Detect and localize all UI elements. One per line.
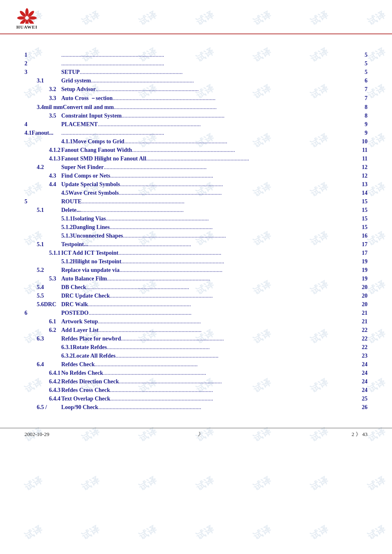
- toc-title: Setup Advisor: [61, 86, 96, 93]
- toc-page: 15: [356, 224, 368, 231]
- toc-page: 9: [356, 121, 368, 128]
- toc-title-area: DRC Update Check .......................…: [61, 293, 356, 299]
- toc-number: 3.4mil mm: [24, 104, 63, 111]
- toc-dots: ........................................…: [98, 121, 356, 128]
- toc-page: 8: [356, 104, 368, 111]
- toc-dots: ........................................…: [107, 276, 356, 282]
- toc-title-area: Refdes Direction Check .................…: [61, 378, 356, 385]
- toc-row: 6.3.1Rotate Refdes .....................…: [24, 343, 368, 352]
- toc-page: 11: [356, 156, 368, 162]
- toc-title-area: PLACEMENT ..............................…: [61, 121, 356, 128]
- toc-row: 4PLACEMENT .............................…: [24, 120, 368, 129]
- toc-number: 4.1.3: [24, 156, 61, 162]
- toc-number: 5.1: [24, 241, 61, 248]
- toc-row: 4.3Find Comps or Nets ..................…: [24, 171, 368, 180]
- toc-title-area: Refdes Check ...........................…: [61, 361, 356, 368]
- toc-dots: ........................................…: [98, 404, 356, 411]
- toc-dots: ........................................…: [61, 52, 356, 58]
- svg-point-0: [25, 8, 29, 16]
- toc-dots: ........................................…: [121, 258, 356, 265]
- toc-title-area: Refdes Place for newbrd ................…: [61, 336, 356, 342]
- toc-number: 4.2: [24, 164, 61, 171]
- toc-row: 3.5Constraint Input System .............…: [24, 111, 368, 120]
- toc-title-area: Convert mil and mm .....................…: [63, 104, 356, 111]
- toc-title-area: Auto Balance Film ......................…: [61, 276, 356, 282]
- toc-page: 11: [356, 147, 368, 154]
- toc-dots: ........................................…: [132, 147, 356, 154]
- toc-number: 6.2: [24, 327, 61, 334]
- toc-dots: ........................................…: [61, 60, 356, 67]
- toc-dots: ........................................…: [124, 138, 356, 145]
- toc-page: 24: [356, 378, 368, 385]
- toc-dots: ........................................…: [110, 224, 356, 231]
- toc-title: Dangling Lines: [73, 224, 110, 231]
- toc-number: 1: [24, 52, 61, 58]
- toc-number: 5.1.2: [24, 224, 73, 231]
- toc-number: 6.1: [24, 318, 61, 325]
- toc-dots: ........................................…: [119, 378, 356, 385]
- svg-point-2: [29, 16, 37, 20]
- toc-row: 6.4.3Refdes Cross Check ................…: [24, 386, 368, 394]
- toc-page: 5: [356, 69, 368, 76]
- toc-row: 6.1Artwork Setup .......................…: [24, 317, 368, 326]
- toc-dots: ........................................…: [113, 95, 356, 102]
- toc-title-area: Text Overlap Check .....................…: [61, 396, 356, 402]
- footer-center: 》: [198, 431, 203, 438]
- toc-row: 4.1.3Fanout SMD Hilight no Fanout All ..…: [24, 154, 368, 163]
- toc-title: DRC Walk: [61, 301, 88, 308]
- toc-title: Fanout Chang Fanout Width: [61, 147, 132, 154]
- toc-title: POSTEDO: [61, 310, 89, 316]
- header: HUAWEI: [0, 0, 392, 34]
- toc-row: 4.1.1Move Comps to Grid ................…: [24, 137, 368, 146]
- toc-row: 4.1.2Fanout Chang Fanout Width .........…: [24, 146, 368, 154]
- toc-dots: ........................................…: [118, 250, 356, 256]
- toc-row: 6.2Add Layer List ......................…: [24, 326, 368, 334]
- toc-title: Isolating Vias: [73, 216, 106, 222]
- toc-title-area: Replace via unpdate via ................…: [61, 267, 356, 274]
- toc-row: 5.4DB Check ............................…: [24, 283, 368, 291]
- toc-dots: ........................................…: [116, 353, 356, 359]
- footer-date: 2002-10-29: [24, 431, 49, 438]
- toc-row: 5.1.2Hilight no Testpoint ..............…: [24, 257, 368, 266]
- toc-number: 5.3: [24, 276, 61, 282]
- toc-number: 4.1.2: [24, 147, 61, 154]
- toc-title-area: Artwork Setup ..........................…: [61, 318, 356, 325]
- toc-title: Refdes Check: [61, 361, 95, 368]
- footer-right: 2 》 43: [352, 431, 368, 438]
- toc-page: 10: [356, 138, 368, 145]
- toc-title: Update Special Symbols: [61, 181, 120, 188]
- toc-title-area: DRC Walk ...............................…: [61, 301, 356, 308]
- toc-row: 6.4Refdes Check ........................…: [24, 360, 368, 369]
- svg-point-6: [17, 16, 25, 20]
- toc-row: 3SETUP .................................…: [24, 68, 368, 76]
- toc-number: 5.1: [24, 207, 61, 214]
- toc-content: 1 ......................................…: [0, 34, 392, 424]
- toc-number: 3.5: [24, 113, 61, 119]
- toc-title: Refdes Direction Check: [61, 378, 119, 385]
- toc-title-area: Setup Advisor ..........................…: [61, 86, 356, 93]
- toc-title: DB Check: [61, 284, 86, 291]
- toc-page: 17: [356, 250, 368, 256]
- toc-title-area: DB Check ...............................…: [61, 284, 356, 291]
- toc-title-area: Hilight no Testpoint ...................…: [73, 258, 356, 265]
- toc-title: Auto Balance Film: [61, 276, 107, 282]
- toc-page: 25: [356, 396, 368, 402]
- toc-page: 19: [356, 258, 368, 265]
- toc-number: 6.4: [24, 361, 61, 368]
- toc-number: 6.3.1: [24, 344, 73, 351]
- toc-number: 6.3: [24, 336, 61, 342]
- toc-number: 5: [24, 198, 61, 205]
- logo-area: HUAWEI: [16, 7, 376, 29]
- toc-page: 7: [356, 86, 368, 93]
- toc-title-area: ROUTE ..................................…: [61, 198, 356, 205]
- toc-title: Hilight no Testpoint: [73, 258, 121, 265]
- toc-title: ICT Add ICT Testpoint: [61, 250, 118, 256]
- toc-title: Find Comps or Nets: [61, 173, 110, 179]
- toc-row: 5.1.2Dangling Lines ....................…: [24, 223, 368, 231]
- toc-row: 4.5Wave Crest Symbols ..................…: [24, 189, 368, 197]
- toc-number: 2: [24, 60, 61, 67]
- toc-page: 12: [356, 164, 368, 171]
- toc-dots: ........................................…: [80, 69, 356, 76]
- toc-dots: ........................................…: [61, 130, 356, 136]
- toc-row: 3.4mil mmConvert mil and mm ............…: [24, 103, 368, 111]
